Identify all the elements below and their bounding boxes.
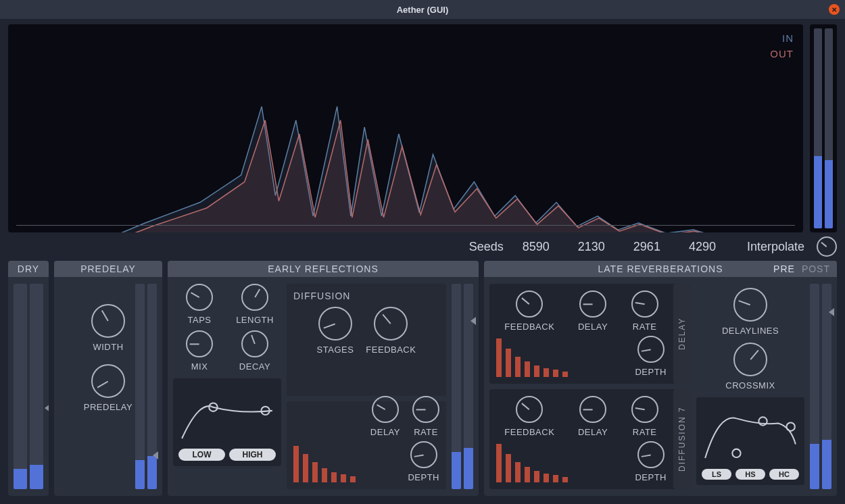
close-icon: ✕ xyxy=(831,6,837,14)
seed-2[interactable]: 2130 xyxy=(569,240,614,254)
dry-panel: DRY xyxy=(8,261,49,496)
length-label: LENGTH xyxy=(236,315,274,325)
late-rate2-label: RATE xyxy=(633,427,657,437)
diffusion-title: DIFFUSION xyxy=(293,291,439,301)
width-knob[interactable] xyxy=(91,304,125,338)
late-filter: LS HS HC xyxy=(696,397,804,485)
stages-label: STAGES xyxy=(317,345,354,355)
late-delay2-knob[interactable] xyxy=(579,396,606,423)
taps-knob[interactable] xyxy=(186,284,213,311)
late-feedback2-knob[interactable] xyxy=(516,396,543,423)
taps-label: TAPS xyxy=(188,315,212,325)
feedback-knob[interactable] xyxy=(374,307,408,341)
width-label: WIDTH xyxy=(93,342,123,352)
late-delay1-knob[interactable] xyxy=(579,291,606,318)
mix-knob[interactable] xyxy=(186,330,213,357)
titlebar: Aether (GUI) ✕ xyxy=(0,0,845,19)
delaylines-knob[interactable] xyxy=(733,288,767,322)
predelay-panel: PREDELAY WIDTH PREDELAY xyxy=(54,261,162,496)
late-feedback2-label: FEEDBACK xyxy=(504,427,554,437)
early-rate-label: RATE xyxy=(414,427,438,437)
post-toggle[interactable]: POST xyxy=(802,263,830,274)
length-knob[interactable] xyxy=(241,284,268,311)
low-button[interactable]: LOW xyxy=(178,449,225,461)
arrow-icon[interactable] xyxy=(45,404,49,412)
window-title: Aether (GUI) xyxy=(397,5,449,15)
delay-sidelabel: DELAY xyxy=(673,284,691,384)
high-button[interactable]: HIGH xyxy=(229,449,276,461)
decay-knob[interactable] xyxy=(241,330,268,357)
late-rate2-knob[interactable] xyxy=(631,396,658,423)
early-rate-knob[interactable] xyxy=(412,396,439,423)
predelay-header: PREDELAY xyxy=(54,261,162,277)
early-delay-label: DELAY xyxy=(370,427,400,437)
spectrum-display: IN OUT xyxy=(8,24,803,232)
arrow-icon[interactable] xyxy=(470,317,476,325)
early-bars xyxy=(293,442,356,482)
stages-knob[interactable] xyxy=(318,307,352,341)
late-delay2-label: DELAY xyxy=(578,427,608,437)
pre-toggle[interactable]: PRE xyxy=(773,263,795,274)
predelay-label: PREDELAY xyxy=(84,402,132,412)
late-depth2-label: DEPTH xyxy=(635,472,667,482)
late-delay1-label: DELAY xyxy=(578,322,608,332)
delaylines-label: DELAYLINES xyxy=(722,326,779,336)
interpolate-label: Interpolate xyxy=(747,240,804,254)
late-bars-2 xyxy=(496,442,571,482)
seed-1[interactable]: 8590 xyxy=(513,240,559,254)
arrow-icon[interactable] xyxy=(153,451,158,459)
late-rate1-knob[interactable] xyxy=(631,291,658,318)
crossmix-knob[interactable] xyxy=(733,343,767,376)
diffusion-sidelabel: DIFFUSION 7 xyxy=(673,389,691,489)
late-panel: LATE REVERBERATIONS PRE POST FEEDBACK DE… xyxy=(484,261,837,496)
svg-point-4 xyxy=(786,423,794,431)
ls-button[interactable]: LS xyxy=(702,469,731,480)
early-header: EARLY REFLECTIONS xyxy=(168,261,479,277)
arrow-icon[interactable] xyxy=(829,308,834,316)
hs-button[interactable]: HS xyxy=(735,469,765,480)
early-depth-knob[interactable] xyxy=(410,441,437,468)
seed-4[interactable]: 4290 xyxy=(679,240,725,254)
svg-point-2 xyxy=(732,449,740,457)
late-header: LATE REVERBERATIONS PRE POST xyxy=(484,261,837,277)
late-depth2-knob[interactable] xyxy=(637,441,665,468)
decay-label: DECAY xyxy=(239,361,270,372)
crossmix-label: CROSSMIX xyxy=(725,380,775,390)
early-filter: LOW HIGH xyxy=(173,378,281,466)
late-rate1-label: RATE xyxy=(633,322,657,332)
seeds-row: Seeds 8590 2130 2961 4290 Interpolate xyxy=(8,236,837,257)
seeds-label: Seeds xyxy=(469,240,504,254)
late-feedback1-label: FEEDBACK xyxy=(504,322,554,332)
early-delay-knob[interactable] xyxy=(372,396,399,423)
hc-button[interactable]: HC xyxy=(769,469,799,480)
dry-header: DRY xyxy=(8,261,49,277)
late-bars-1 xyxy=(496,336,571,377)
seed-3[interactable]: 2961 xyxy=(624,240,670,254)
late-feedback1-knob[interactable] xyxy=(516,291,543,318)
late-depth1-knob[interactable] xyxy=(637,336,665,363)
predelay-knob[interactable] xyxy=(91,364,125,398)
interpolate-knob[interactable] xyxy=(817,236,837,257)
early-panel: EARLY REFLECTIONS TAPS LENGTH MIX DECAY xyxy=(168,261,479,496)
master-meter xyxy=(810,24,837,232)
mix-label: MIX xyxy=(191,361,208,372)
early-depth-label: DEPTH xyxy=(408,472,439,482)
feedback-label: FEEDBACK xyxy=(366,345,416,355)
late-depth1-label: DEPTH xyxy=(635,367,667,377)
close-button[interactable]: ✕ xyxy=(829,4,840,15)
